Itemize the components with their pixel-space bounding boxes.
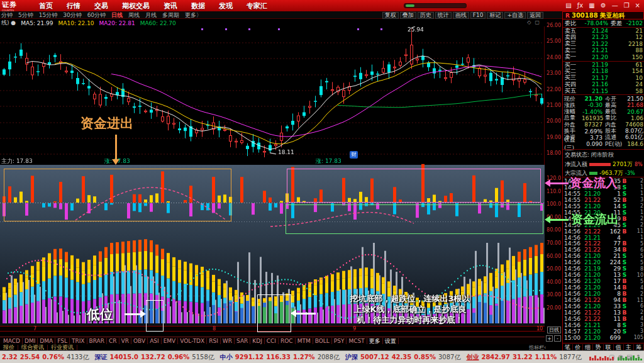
indicator-tab-FSL[interactable]: FSL — [55, 338, 70, 344]
chart-button-标记[interactable]: 标记 — [487, 12, 503, 19]
title-slider[interactable] — [404, 3, 467, 8]
panel-tab-细[interactable]: 细 — [583, 344, 593, 350]
finance-event-badge[interactable]: 财 — [350, 151, 358, 159]
menu-item-行情[interactable]: 行情 — [67, 1, 80, 11]
info-tab-综合资讯[interactable]: 综合资讯 — [18, 345, 48, 350]
indicator-tab-OBV[interactable]: OBV — [131, 338, 148, 344]
index-value: 2.32 — [2, 354, 18, 360]
status-icon-3[interactable]: ▤ — [626, 354, 632, 360]
status-icon-2[interactable]: ◍ — [618, 354, 623, 360]
indicator-tab-DMA[interactable]: DMA — [38, 338, 55, 344]
index-quote-深证[interactable]: 深证14015.0132.720.96%5158亿 — [94, 353, 214, 362]
chart-button-返回[interactable]: 返回 — [527, 12, 543, 19]
ask-price: 21.24 — [578, 28, 608, 34]
panel-tab-值[interactable]: 值 — [614, 344, 624, 350]
info-tab-报价[interactable]: 报价 — [0, 345, 18, 350]
zoom-out-button[interactable]: - — [554, 335, 561, 342]
grid-icon[interactable]: ▦ — [589, 0, 594, 11]
indicator-tab-ROC[interactable]: ROC — [279, 338, 296, 344]
indicator-tab-SAR[interactable]: SAR — [235, 338, 250, 344]
status-icon-1[interactable]: ▢ — [609, 354, 614, 360]
indicator-tab-VR[interactable]: VR — [119, 338, 131, 344]
period-tab-分钟[interactable]: 分钟 — [1, 11, 13, 20]
chart-button-F10[interactable]: F10 — [470, 12, 486, 19]
indicator-tab-ASI[interactable]: ASI — [148, 338, 162, 344]
menu-item-交易[interactable]: 交易 — [94, 1, 108, 11]
period-tab-多周期[interactable]: 多周期 — [162, 11, 179, 20]
indicator-tab-MCST[interactable]: MCST — [347, 338, 367, 344]
zoom-in-button[interactable]: + — [546, 335, 553, 342]
indicator-tab-KDJ[interactable]: KDJ — [250, 338, 265, 344]
chart-button-复权[interactable]: 复权 — [382, 12, 399, 19]
indicator-tab-MTM[interactable]: MTM — [296, 338, 313, 344]
chart-button-+自选[interactable]: +自选 — [504, 12, 526, 19]
panel-tab-主[interactable]: 主 — [624, 344, 634, 350]
tick-count: 6 — [628, 303, 644, 309]
close-icon[interactable]: × — [635, 0, 640, 11]
panel-tab-联[interactable]: 联 — [604, 344, 614, 350]
bid-row-买五[interactable]: 买五21.1558 — [563, 88, 644, 94]
fx-icon[interactable]: ƒx — [577, 0, 583, 11]
panel-tab-势[interactable]: 势 — [593, 344, 603, 350]
period-tab-周线[interactable]: 周线 — [128, 11, 140, 20]
axis-period-chip[interactable]: 日线 — [547, 327, 561, 333]
period-tab-60分钟[interactable]: 60分钟 — [87, 11, 106, 20]
indicator-tab-BOLL[interactable]: BOLL — [313, 338, 332, 344]
chart-button-画线[interactable]: 画线 — [453, 12, 469, 19]
save-icon[interactable]: ▤ — [565, 0, 571, 11]
restore-icon[interactable]: ❐ — [624, 0, 630, 11]
menu-item-数据[interactable]: 数据 — [191, 1, 205, 11]
indicator-tab-CR[interactable]: CR — [107, 338, 119, 344]
settings-icon[interactable]: ⚙ — [601, 0, 606, 11]
indicator-tab-更多[interactable]: 更多 — [367, 338, 383, 344]
indicator-tab-VOL-TDX[interactable]: VOL-TDX — [178, 338, 207, 344]
indicator-tab-CCI[interactable]: CCI — [265, 338, 279, 344]
index-quote-0[interactable]: 2.3225.540.76%4133亿 — [2, 353, 89, 362]
stock-header[interactable]: R 300188 美亚柏科 — [562, 11, 644, 20]
period-tab-5分钟[interactable]: 5分钟 — [18, 11, 33, 20]
menu-item-资讯[interactable]: 资讯 — [164, 1, 177, 11]
panel-tab-筹[interactable]: 筹 — [634, 344, 644, 350]
index-quote-创业[interactable]: 创业2842.9731.221.11%1877亿 — [466, 353, 581, 362]
indicator-tab-DMI[interactable]: DMI — [23, 338, 38, 344]
menu-item-专家汇[interactable]: 专家汇 — [247, 1, 267, 11]
indicator-tab-WR[interactable]: WR — [221, 338, 235, 344]
indicator-tab-EMV[interactable]: EMV — [162, 338, 179, 344]
indicator-tab-设置[interactable]: 设置 — [383, 338, 399, 344]
diamond-icon[interactable]: ◇ — [527, 20, 531, 25]
tick-row: 14:5621.2021S5 — [563, 253, 644, 259]
minimize-icon[interactable]: — — [612, 0, 618, 11]
status-icon-4[interactable]: ↑ — [636, 354, 641, 360]
menu-item-期权交易[interactable]: 期权交易 — [122, 1, 150, 11]
period-tab-月线[interactable]: 月线 — [145, 11, 157, 20]
index-quote-沪深[interactable]: 沪深5007.1242.350.85%3087亿 — [345, 353, 460, 362]
chart-button-统计[interactable]: 统计 — [435, 12, 452, 19]
panel-tab-价[interactable]: 价 — [573, 344, 583, 350]
mini-bar — [602, 358, 604, 360]
bid-volume: 154 — [608, 68, 644, 74]
ask-row-卖一[interactable]: 卖一21.20150 — [563, 54, 644, 60]
period-tab-15分钟[interactable]: 15分钟 — [39, 11, 57, 20]
indicator-tab-TRIX[interactable]: TRIX — [70, 338, 87, 344]
indicator-tab-MACD[interactable]: MACD — [1, 338, 23, 344]
indicator-tab-BRAR[interactable]: BRAR — [87, 338, 107, 344]
indicator-tab-RSI[interactable]: RSI — [207, 338, 221, 344]
menu-item-发现[interactable]: 发现 — [219, 1, 233, 11]
tick-time: 14:56 — [563, 316, 580, 322]
period-tab-更多〉[interactable]: 更多〉 — [185, 11, 202, 20]
info-tab-行业资讯[interactable]: 行业资讯 — [48, 345, 77, 350]
chart-button-叠加[interactable]: 叠加 — [400, 12, 416, 19]
slider-knob[interactable] — [406, 4, 414, 7]
tick-time: 14:56 — [563, 297, 580, 303]
indicator-tab-PSY[interactable]: PSY — [332, 338, 347, 344]
price-axis-label: 21.00 — [547, 103, 561, 108]
panel-tab-笔[interactable]: 笔 — [563, 344, 573, 350]
tick-price: 21.22 — [580, 228, 601, 235]
index-quote-中小[interactable]: 中小9291.12116.331.27%2088亿 — [220, 353, 340, 362]
period-tab-30分钟[interactable]: 30分钟 — [63, 11, 81, 20]
chart-button-历史[interactable]: 历史 — [418, 12, 434, 19]
period-tab-日线[interactable]: 日线 — [111, 11, 123, 20]
tick-row: 14:5621.2234B6 — [563, 247, 644, 253]
window-icon[interactable]: ▢ — [535, 20, 540, 25]
menu-item-首页[interactable]: 首页 — [39, 1, 53, 11]
